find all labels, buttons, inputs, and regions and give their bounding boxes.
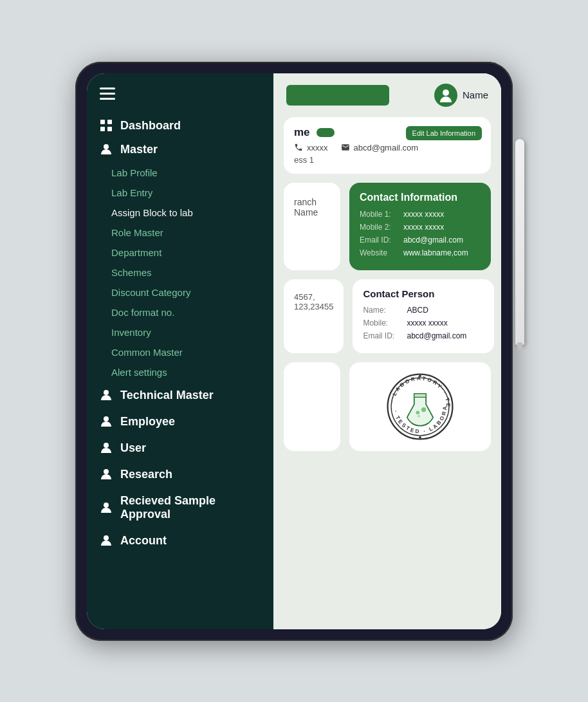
employee-label: Employee: [120, 415, 175, 429]
contact-info-card: Contact Information Mobile 1: xxxxx xxxx…: [349, 183, 491, 270]
svg-point-20: [419, 374, 421, 377]
svg-point-9: [104, 503, 109, 508]
lab-contact-row: xxxxx abcd@gmail.com: [294, 143, 481, 152]
svg-rect-3: [107, 127, 112, 131]
cp-mobile-row: Mobile: xxxxx xxxxx: [363, 319, 484, 328]
contact-email-row: Email ID: abcd@gmail.com: [360, 236, 481, 245]
phones-combined: 4567, 123,23455: [294, 292, 333, 311]
person-icon-technical: [100, 389, 113, 402]
user-label: User: [120, 441, 146, 455]
tablet-device: Dashboard Master Lab Profile: [75, 62, 513, 641]
research-label: Research: [120, 468, 172, 481]
sidebar-subitem-lab-entry[interactable]: Lab Entry: [100, 183, 273, 203]
sidebar-item-master[interactable]: Master: [87, 136, 273, 163]
master-sub-menu: Lab Profile Lab Entry Assign Block to la…: [87, 163, 273, 382]
lab-phone-value: xxxxx: [307, 143, 328, 152]
svg-point-18: [421, 407, 426, 411]
svg-point-21: [419, 436, 421, 438]
sidebar: Dashboard Master Lab Profile: [87, 73, 273, 629]
sidebar-subitem-assign-block[interactable]: Assign Block to lab: [100, 203, 273, 223]
sidebar-item-user[interactable]: User: [87, 435, 273, 461]
contact-mobile2-label: Mobile 2:: [360, 223, 398, 232]
cp-mobile-label: Mobile:: [363, 319, 401, 328]
svg-point-17: [416, 411, 420, 414]
person-icon-received: [100, 501, 113, 514]
sidebar-subitem-schemes[interactable]: Schemes: [100, 263, 273, 282]
lab-status-indicator: [317, 128, 335, 137]
technical-master-label: Technical Master: [120, 389, 214, 402]
sidebar-subitem-common-master[interactable]: Common Master: [100, 342, 273, 362]
svg-rect-2: [100, 127, 105, 131]
cards-area: Edit Lab Information me xxxxx abcd@gmail…: [273, 112, 501, 461]
cp-email-value: abcd@gmail.com: [407, 331, 466, 340]
sidebar-subitem-inventory[interactable]: Inventory: [100, 322, 273, 342]
sidebar-navigation: Dashboard Master Lab Profile: [87, 106, 273, 629]
contact-website-value: www.labname,com: [403, 248, 468, 257]
svg-point-19: [418, 414, 420, 417]
lab-email-value: abcd@gmail.com: [354, 143, 419, 152]
user-name-label: Name: [463, 89, 488, 100]
svg-point-8: [104, 469, 109, 474]
cp-mobile-value: xxxxx xxxxx: [407, 319, 447, 328]
sidebar-subitem-discount-category[interactable]: Discount Category: [100, 282, 273, 302]
cp-name-row: Name: ABCD: [363, 306, 484, 315]
laboratory-stamp: · LABORATORY · TESTED · · TESTED · LABOR…: [385, 371, 455, 442]
contact-info-title: Contact Information: [360, 192, 481, 203]
sidebar-subitem-doc-format[interactable]: Doc format no.: [100, 302, 273, 322]
topbar: Name: [273, 73, 501, 112]
dashboard-label: Dashboard: [120, 119, 181, 133]
two-col-section: ranch Name Contact Information Mobile 1:…: [284, 183, 491, 270]
sidebar-subitem-alert-settings[interactable]: Alert settings: [100, 362, 273, 382]
search-bar[interactable]: [286, 85, 389, 106]
lab-name: me: [294, 126, 310, 139]
contact-mobile2-value: xxxxx xxxxx: [403, 223, 444, 232]
svg-point-4: [104, 144, 109, 149]
lab-email-info: abcd@gmail.com: [341, 143, 419, 152]
svg-point-7: [104, 443, 109, 448]
sidebar-item-received-sample[interactable]: Recieved Sample Approval: [87, 488, 273, 528]
cp-name-label: Name:: [363, 306, 401, 315]
tablet-screen: Dashboard Master Lab Profile: [87, 73, 501, 629]
user-info-section: Name: [434, 84, 488, 107]
received-sample-label: Recieved Sample Approval: [120, 494, 261, 521]
contact-email-label: Email ID:: [360, 236, 398, 245]
person-icon-employee: [100, 415, 113, 428]
svg-rect-16: [414, 393, 426, 397]
contact-website-row: Website www.labname,com: [360, 248, 481, 257]
contact-mobile1-label: Mobile 1:: [360, 210, 398, 219]
hamburger-menu-button[interactable]: [100, 88, 115, 100]
stylus: [515, 139, 524, 345]
grid-icon: [100, 119, 113, 132]
contact-mobile1-row: Mobile 1: xxxxx xxxxx: [360, 210, 481, 219]
edit-lab-button[interactable]: Edit Lab Information: [406, 126, 482, 140]
sidebar-header: [87, 73, 273, 106]
sidebar-subitem-lab-profile[interactable]: Lab Profile: [100, 163, 273, 183]
svg-rect-1: [107, 120, 112, 124]
contact-mobile2-row: Mobile 2: xxxxx xxxxx: [360, 223, 481, 232]
cp-email-label: Email ID:: [363, 331, 401, 340]
left-info-card: ranch Name: [284, 183, 340, 270]
cp-name-value: ABCD: [407, 306, 428, 315]
contact-mobile1-value: xxxxx xxxxx: [403, 210, 444, 219]
svg-point-6: [104, 416, 109, 421]
sidebar-item-dashboard[interactable]: Dashboard: [87, 113, 273, 136]
sidebar-subitem-role-master[interactable]: Role Master: [100, 223, 273, 243]
sidebar-subitem-department[interactable]: Department: [100, 243, 273, 263]
stamp-left-card: [284, 362, 340, 451]
stamp-card: · LABORATORY · TESTED · · TESTED · LABOR…: [349, 362, 491, 451]
cp-email-row: Email ID: abcd@gmail.com: [363, 331, 484, 340]
sidebar-item-technical-master[interactable]: Technical Master: [87, 382, 273, 409]
user-avatar: [434, 84, 457, 107]
sidebar-item-employee[interactable]: Employee: [87, 409, 273, 435]
lab-phone-info: xxxxx: [294, 143, 328, 152]
sidebar-item-account[interactable]: Account: [87, 528, 273, 554]
master-label: Master: [120, 143, 158, 156]
person-icon-account: [100, 534, 113, 547]
sidebar-item-research[interactable]: Research: [87, 461, 273, 488]
svg-point-5: [104, 390, 109, 395]
account-label: Account: [120, 534, 167, 548]
contact-person-title: Contact Person: [363, 288, 484, 299]
svg-rect-0: [100, 120, 105, 124]
person-icon-research: [100, 468, 113, 481]
branch-name: ranch Name: [294, 197, 330, 217]
